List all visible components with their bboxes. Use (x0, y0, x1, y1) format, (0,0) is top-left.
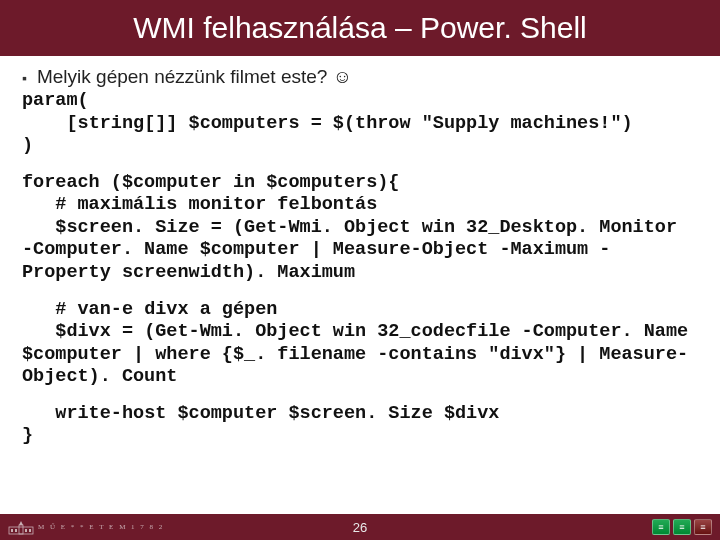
footer-badge: ≡ (673, 519, 691, 535)
footer-uni-text: M Ű E * * E T E M 1 7 8 2 (38, 523, 164, 531)
page-number: 26 (353, 520, 367, 535)
svg-rect-2 (15, 529, 17, 532)
bullet-line: ▪ Melyik gépen nézzünk filmet este? ☺ (22, 66, 698, 88)
bullet-text: Melyik gépen nézzünk filmet este? ☺ (37, 66, 352, 88)
code-block-4: write-host $computer $screen. Size $divx… (22, 403, 698, 448)
svg-marker-6 (19, 521, 23, 525)
code-block-1: param( [string[]] $computers = $(throw "… (22, 90, 698, 158)
bullet-marker: ▪ (22, 70, 27, 86)
svg-rect-3 (25, 529, 27, 532)
footer-badges: ≡ ≡ ≡ (652, 519, 712, 535)
slide-content: ▪ Melyik gépen nézzünk filmet este? ☺ pa… (0, 56, 720, 448)
code-block-2: foreach ($computer in $computers){ # max… (22, 172, 698, 285)
code-block-3: # van-e divx a gépen $divx = (Get-Wmi. O… (22, 299, 698, 389)
footer-badge: ≡ (694, 519, 712, 535)
footer-bar: M Ű E * * E T E M 1 7 8 2 26 ≡ ≡ ≡ (0, 514, 720, 540)
svg-rect-5 (19, 525, 23, 534)
building-icon (8, 519, 34, 535)
title-bar: WMI felhasználása – Power. Shell (0, 0, 720, 56)
footer-logo: M Ű E * * E T E M 1 7 8 2 (8, 519, 164, 535)
slide-title: WMI felhasználása – Power. Shell (133, 11, 587, 45)
footer-badge: ≡ (652, 519, 670, 535)
svg-rect-1 (11, 529, 13, 532)
svg-rect-4 (29, 529, 31, 532)
